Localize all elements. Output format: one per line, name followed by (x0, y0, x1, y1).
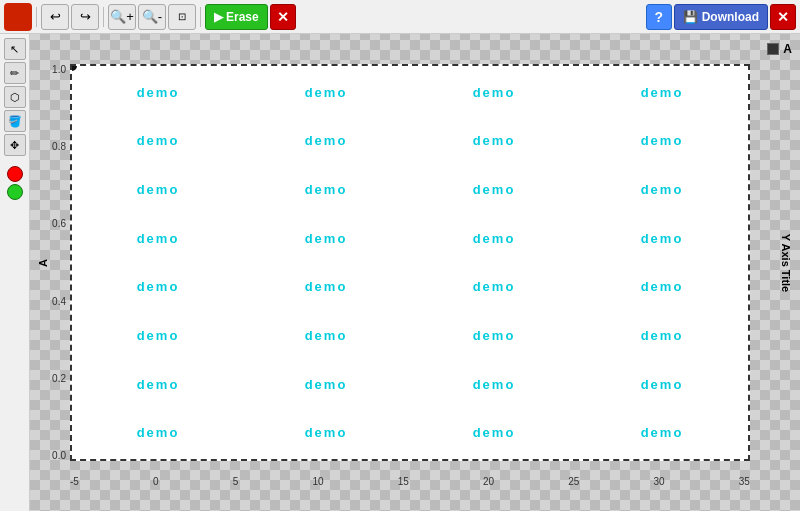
demo-grid: demodemodemodemodemodemodemodemodemodemo… (72, 66, 748, 459)
color-red[interactable] (7, 166, 23, 182)
x-tick--5: -5 (70, 476, 79, 487)
y-tick-08: 0.8 (52, 141, 66, 152)
demo-cell: demo (410, 117, 578, 166)
demo-cell: demo (578, 214, 746, 263)
y-axis-right-title-container: Y Axis Title (776, 64, 796, 461)
zoom-out-button[interactable]: 🔍- (138, 4, 166, 30)
demo-cell: demo (410, 165, 578, 214)
cancel-button[interactable]: ✕ (270, 4, 296, 30)
logo-button[interactable] (4, 3, 32, 31)
y-tick-02: 0.2 (52, 373, 66, 384)
demo-cell: demo (242, 360, 410, 409)
demo-cell: demo (74, 408, 242, 457)
plot-wrapper: demodemodemodemodemodemodemodemodemodemo… (70, 64, 750, 461)
demo-cell: demo (578, 311, 746, 360)
sidebar: ↖ ✏ ⬡ 🪣 ✥ (0, 34, 30, 511)
demo-cell: demo (578, 68, 746, 117)
zoom-in-button[interactable]: 🔍+ (108, 4, 136, 30)
demo-cell: demo (578, 360, 746, 409)
help-button[interactable]: ? (646, 4, 672, 30)
demo-cell: demo (578, 263, 746, 312)
demo-cell: demo (578, 408, 746, 457)
y-tick-0: 0.0 (52, 450, 66, 461)
color-green[interactable] (7, 184, 23, 200)
y-tick-1: 1.0 (52, 64, 66, 75)
demo-cell: demo (242, 408, 410, 457)
demo-cell: demo (74, 165, 242, 214)
close-window-button[interactable]: ✕ (770, 4, 796, 30)
demo-cell: demo (578, 165, 746, 214)
x-tick-25: 25 (568, 476, 579, 487)
demo-cell: demo (74, 311, 242, 360)
shape-tool[interactable]: ⬡ (4, 86, 26, 108)
demo-cell: demo (242, 117, 410, 166)
demo-cell: demo (410, 68, 578, 117)
plot-area[interactable]: demodemodemodemodemodemodemodemodemodemo… (70, 64, 750, 461)
redo-button[interactable]: ↪ (71, 4, 99, 30)
erase-button[interactable]: ▶ Erase (205, 4, 268, 30)
legend-text: A (783, 42, 792, 56)
x-tick-20: 20 (483, 476, 494, 487)
zoom-fit-button[interactable]: ⊡ (168, 4, 196, 30)
legend-area: A (767, 42, 792, 56)
demo-cell: demo (410, 408, 578, 457)
demo-cell: demo (74, 117, 242, 166)
move-tool[interactable]: ✥ (4, 134, 26, 156)
demo-cell: demo (242, 263, 410, 312)
demo-cell: demo (242, 68, 410, 117)
x-tick-35: 35 (739, 476, 750, 487)
pen-tool[interactable]: ✏ (4, 62, 26, 84)
x-axis-bottom: -5 0 5 10 15 20 25 30 35 (70, 471, 750, 491)
y-tick-04: 0.4 (52, 296, 66, 307)
demo-cell: demo (242, 311, 410, 360)
demo-cell: demo (410, 360, 578, 409)
demo-cell: demo (74, 263, 242, 312)
download-icon: 💾 (683, 10, 698, 24)
separator2 (103, 7, 104, 27)
demo-cell: demo (74, 68, 242, 117)
separator (36, 7, 37, 27)
x-tick-30: 30 (654, 476, 665, 487)
y-axis-right-title: Y Axis Title (780, 233, 792, 292)
demo-cell: demo (410, 214, 578, 263)
x-tick-5: 5 (233, 476, 239, 487)
demo-cell: demo (410, 311, 578, 360)
demo-cell: demo (578, 117, 746, 166)
toolbar: ↩ ↪ 🔍+ 🔍- ⊡ ▶ Erase ✕ ? 💾 Download ✕ (0, 0, 800, 34)
fill-tool[interactable]: 🪣 (4, 110, 26, 132)
download-label: Download (702, 10, 759, 24)
x-tick-0: 0 (153, 476, 159, 487)
demo-cell: demo (242, 214, 410, 263)
erase-label: Erase (226, 10, 259, 24)
demo-cell: demo (410, 263, 578, 312)
demo-cell: demo (74, 214, 242, 263)
erase-icon: ▶ (214, 10, 223, 24)
y-axis-left: 1.0 0.8 0.6 0.4 0.2 0.0 (30, 64, 70, 461)
y-tick-06: 0.6 (52, 218, 66, 229)
demo-cell: demo (74, 360, 242, 409)
legend-square (767, 43, 779, 55)
undo-button[interactable]: ↩ (41, 4, 69, 30)
chart-container: A A 1.0 0.8 0.6 0.4 0.2 0.0 1.0 0.8 0.6 … (30, 34, 800, 511)
download-button[interactable]: 💾 Download (674, 4, 768, 30)
demo-cell: demo (242, 165, 410, 214)
x-tick-10: 10 (312, 476, 323, 487)
separator3 (200, 7, 201, 27)
x-tick-15: 15 (398, 476, 409, 487)
pointer-tool[interactable]: ↖ (4, 38, 26, 60)
